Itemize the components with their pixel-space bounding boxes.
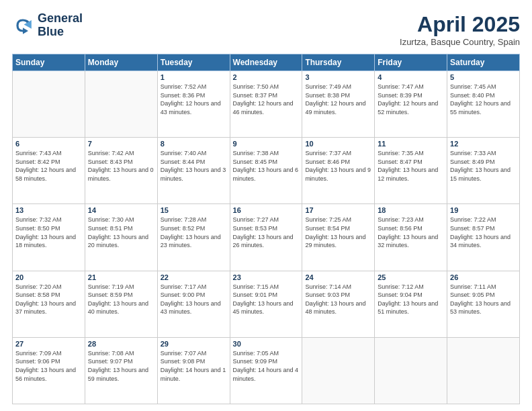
day-detail: Sunrise: 7:49 AMSunset: 8:38 PMDaylight:… [305, 83, 371, 116]
calendar-cell: 25Sunrise: 7:12 AMSunset: 9:04 PMDayligh… [375, 271, 447, 337]
day-number: 18 [378, 206, 444, 214]
day-detail: Sunrise: 7:45 AMSunset: 8:40 PMDaylight:… [450, 83, 517, 116]
calendar-page: General Blue April 2025 Izurtza, Basque … [0, 0, 532, 411]
calendar-week-row: 13Sunrise: 7:32 AMSunset: 8:50 PMDayligh… [13, 204, 520, 271]
day-detail: Sunrise: 7:37 AMSunset: 8:46 PMDaylight:… [305, 149, 371, 183]
logo-icon [12, 15, 34, 36]
day-number: 21 [88, 273, 154, 281]
logo: General Blue [12, 12, 83, 39]
day-number: 9 [233, 140, 300, 148]
day-number: 7 [88, 140, 154, 148]
day-detail: Sunrise: 7:15 AMSunset: 9:01 PMDaylight:… [233, 283, 300, 316]
day-number: 1 [161, 73, 227, 81]
day-detail: Sunrise: 7:23 AMSunset: 8:56 PMDaylight:… [378, 216, 444, 249]
day-number: 15 [161, 206, 227, 214]
day-detail: Sunrise: 7:22 AMSunset: 8:57 PMDaylight:… [450, 216, 517, 249]
weekday-header-tuesday: Tuesday [157, 54, 230, 71]
day-detail: Sunrise: 7:47 AMSunset: 8:39 PMDaylight:… [378, 83, 444, 116]
calendar-cell [85, 71, 157, 138]
day-detail: Sunrise: 7:52 AMSunset: 8:36 PMDaylight:… [161, 83, 227, 116]
calendar-cell: 20Sunrise: 7:20 AMSunset: 8:58 PMDayligh… [13, 271, 85, 337]
title-area: April 2025 Izurtza, Basque Country, Spai… [400, 12, 520, 47]
day-detail: Sunrise: 7:40 AMSunset: 8:44 PMDaylight:… [161, 149, 227, 183]
day-number: 4 [378, 73, 444, 81]
calendar-cell [375, 337, 447, 404]
calendar-cell: 14Sunrise: 7:30 AMSunset: 8:51 PMDayligh… [85, 204, 157, 271]
day-number: 26 [450, 273, 517, 281]
day-detail: Sunrise: 7:32 AMSunset: 8:50 PMDaylight:… [15, 216, 82, 249]
calendar-cell: 16Sunrise: 7:27 AMSunset: 8:53 PMDayligh… [230, 204, 302, 271]
day-number: 19 [450, 206, 517, 214]
calendar-cell: 12Sunrise: 7:33 AMSunset: 8:49 PMDayligh… [447, 138, 520, 204]
day-number: 27 [15, 340, 82, 348]
logo-line1: General [38, 12, 83, 26]
calendar-cell: 18Sunrise: 7:23 AMSunset: 8:56 PMDayligh… [375, 204, 447, 271]
day-number: 14 [88, 206, 154, 214]
calendar-cell: 5Sunrise: 7:45 AMSunset: 8:40 PMDaylight… [447, 71, 520, 138]
calendar-cell: 7Sunrise: 7:42 AMSunset: 8:43 PMDaylight… [85, 138, 157, 204]
day-detail: Sunrise: 7:14 AMSunset: 9:03 PMDaylight:… [305, 283, 371, 316]
weekday-header-saturday: Saturday [447, 54, 520, 71]
calendar-week-row: 6Sunrise: 7:43 AMSunset: 8:42 PMDaylight… [13, 138, 520, 204]
calendar-cell: 8Sunrise: 7:40 AMSunset: 8:44 PMDaylight… [157, 138, 230, 204]
day-number: 10 [305, 140, 371, 148]
calendar-cell: 26Sunrise: 7:11 AMSunset: 9:05 PMDayligh… [447, 271, 520, 337]
day-detail: Sunrise: 7:43 AMSunset: 8:42 PMDaylight:… [15, 149, 82, 183]
calendar-week-row: 27Sunrise: 7:09 AMSunset: 9:06 PMDayligh… [13, 337, 520, 404]
day-detail: Sunrise: 7:08 AMSunset: 9:07 PMDaylight:… [88, 349, 154, 383]
day-number: 25 [378, 273, 444, 281]
weekday-header-sunday: Sunday [13, 54, 85, 71]
day-number: 6 [15, 140, 82, 148]
calendar-week-row: 20Sunrise: 7:20 AMSunset: 8:58 PMDayligh… [13, 271, 520, 337]
calendar-cell: 28Sunrise: 7:08 AMSunset: 9:07 PMDayligh… [85, 337, 157, 404]
calendar-cell: 2Sunrise: 7:50 AMSunset: 8:37 PMDaylight… [230, 71, 302, 138]
day-detail: Sunrise: 7:50 AMSunset: 8:37 PMDaylight:… [233, 83, 300, 116]
day-detail: Sunrise: 7:35 AMSunset: 8:47 PMDaylight:… [378, 149, 444, 183]
calendar-table: SundayMondayTuesdayWednesdayThursdayFrid… [12, 54, 520, 404]
calendar-cell: 19Sunrise: 7:22 AMSunset: 8:57 PMDayligh… [447, 204, 520, 271]
day-number: 29 [161, 340, 227, 348]
calendar-cell: 9Sunrise: 7:38 AMSunset: 8:45 PMDaylight… [230, 138, 302, 204]
day-number: 5 [450, 73, 517, 81]
calendar-cell: 21Sunrise: 7:19 AMSunset: 8:59 PMDayligh… [85, 271, 157, 337]
logo-line2: Blue [38, 26, 83, 39]
day-number: 17 [305, 206, 371, 214]
weekday-header-thursday: Thursday [302, 54, 375, 71]
day-detail: Sunrise: 7:27 AMSunset: 8:53 PMDaylight:… [233, 216, 300, 249]
calendar-cell: 22Sunrise: 7:17 AMSunset: 9:00 PMDayligh… [157, 271, 230, 337]
month-title: April 2025 [400, 12, 520, 37]
day-number: 20 [15, 273, 82, 281]
day-number: 12 [450, 140, 517, 148]
calendar-cell: 23Sunrise: 7:15 AMSunset: 9:01 PMDayligh… [230, 271, 302, 337]
calendar-cell [302, 337, 375, 404]
calendar-cell: 15Sunrise: 7:28 AMSunset: 8:52 PMDayligh… [157, 204, 230, 271]
day-number: 3 [305, 73, 371, 81]
calendar-cell: 27Sunrise: 7:09 AMSunset: 9:06 PMDayligh… [13, 337, 85, 404]
calendar-cell: 30Sunrise: 7:05 AMSunset: 9:09 PMDayligh… [230, 337, 302, 404]
day-detail: Sunrise: 7:42 AMSunset: 8:43 PMDaylight:… [88, 149, 154, 183]
day-number: 11 [378, 140, 444, 148]
day-detail: Sunrise: 7:05 AMSunset: 9:09 PMDaylight:… [233, 349, 300, 383]
day-detail: Sunrise: 7:28 AMSunset: 8:52 PMDaylight:… [161, 216, 227, 249]
day-detail: Sunrise: 7:17 AMSunset: 9:00 PMDaylight:… [161, 283, 227, 316]
calendar-cell: 10Sunrise: 7:37 AMSunset: 8:46 PMDayligh… [302, 138, 375, 204]
day-number: 8 [161, 140, 227, 148]
calendar-week-row: 1Sunrise: 7:52 AMSunset: 8:36 PMDaylight… [13, 71, 520, 138]
day-number: 16 [233, 206, 300, 214]
calendar-cell [13, 71, 85, 138]
calendar-cell [447, 337, 520, 404]
day-detail: Sunrise: 7:30 AMSunset: 8:51 PMDaylight:… [88, 216, 154, 249]
calendar-cell: 11Sunrise: 7:35 AMSunset: 8:47 PMDayligh… [375, 138, 447, 204]
day-number: 24 [305, 273, 371, 281]
day-detail: Sunrise: 7:07 AMSunset: 9:08 PMDaylight:… [161, 349, 227, 383]
day-number: 30 [233, 340, 300, 348]
day-detail: Sunrise: 7:20 AMSunset: 8:58 PMDaylight:… [15, 283, 82, 316]
calendar-cell: 6Sunrise: 7:43 AMSunset: 8:42 PMDaylight… [13, 138, 85, 204]
calendar-cell: 13Sunrise: 7:32 AMSunset: 8:50 PMDayligh… [13, 204, 85, 271]
weekday-header-row: SundayMondayTuesdayWednesdayThursdayFrid… [13, 54, 520, 71]
day-detail: Sunrise: 7:19 AMSunset: 8:59 PMDaylight:… [88, 283, 154, 316]
weekday-header-monday: Monday [85, 54, 157, 71]
location-subtitle: Izurtza, Basque Country, Spain [400, 37, 520, 47]
day-detail: Sunrise: 7:25 AMSunset: 8:54 PMDaylight:… [305, 216, 371, 249]
calendar-cell: 4Sunrise: 7:47 AMSunset: 8:39 PMDaylight… [375, 71, 447, 138]
